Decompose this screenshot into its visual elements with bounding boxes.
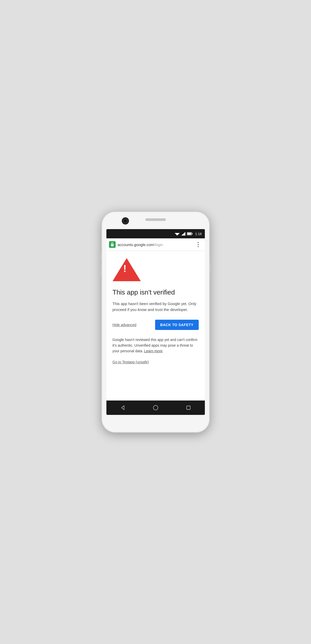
bottom-nav [106, 401, 205, 415]
warning-triangle-icon [113, 258, 141, 281]
menu-dot-2 [198, 244, 199, 245]
svg-rect-4 [187, 233, 191, 235]
phone-screen: 1:18 accounts.google.com/login [106, 229, 205, 415]
url-bar: accounts.google.com/login [106, 238, 205, 251]
svg-marker-1 [181, 232, 185, 236]
back-to-safety-button[interactable]: BACK TO SAFETY [155, 320, 199, 330]
go-to-unsafe-link[interactable]: Go to Testapp (unsafe) [113, 360, 199, 364]
url-main: accounts.google.com [118, 242, 154, 247]
url-path: /login [154, 242, 163, 247]
back-nav-button[interactable] [118, 403, 128, 413]
phone-frame: 1:18 accounts.google.com/login [102, 212, 209, 432]
page-description: This app hasn't been verified by Google … [113, 301, 199, 313]
camera [122, 217, 129, 225]
hide-advanced-link[interactable]: Hide advanced [113, 323, 136, 327]
url-display[interactable]: accounts.google.com/login [118, 242, 194, 247]
battery-icon [187, 232, 193, 235]
lock-icon [109, 241, 116, 248]
learn-more-link[interactable]: Learn more [144, 349, 163, 353]
power-button [209, 263, 211, 273]
svg-rect-5 [111, 244, 114, 246]
svg-marker-0 [175, 233, 180, 236]
volume-up-button [101, 253, 102, 262]
advanced-text-part2: . [163, 349, 164, 353]
svg-rect-8 [187, 406, 190, 409]
status-icons: 1:18 [175, 232, 202, 236]
signal-icon [181, 232, 185, 236]
svg-marker-6 [122, 406, 124, 410]
menu-dot-3 [198, 246, 199, 247]
page-content: This app isn't verified This app hasn't … [106, 251, 205, 401]
status-time: 1:18 [195, 232, 202, 236]
advanced-description: Google hasn't reviewed this app yet and … [113, 337, 199, 354]
action-row: Hide advanced BACK TO SAFETY [113, 320, 199, 330]
menu-button[interactable] [194, 240, 202, 249]
speaker [145, 218, 166, 221]
page-title: This app isn't verified [113, 288, 199, 296]
home-nav-button[interactable] [151, 403, 161, 413]
recents-nav-button[interactable] [183, 403, 194, 413]
menu-dot-1 [198, 242, 199, 243]
status-bar: 1:18 [106, 229, 205, 238]
svg-point-7 [153, 405, 158, 410]
svg-rect-3 [192, 233, 193, 234]
wifi-icon [175, 232, 180, 236]
volume-down-button [101, 264, 102, 277]
